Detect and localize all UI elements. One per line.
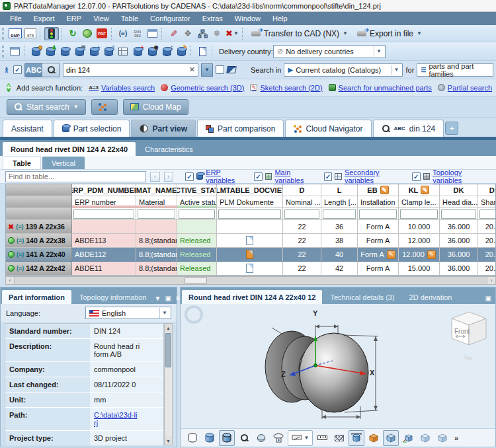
solid-cube-button[interactable]: [383, 430, 399, 446]
edit-pencil-icon[interactable]: ✎: [427, 250, 436, 259]
filter-topology-variables[interactable]: ✓Topology variables: [412, 168, 491, 184]
filter-input-kl[interactable]: [400, 209, 438, 219]
tab-technical-details[interactable]: Technical details (3): [323, 290, 401, 304]
filter-input-l[interactable]: [323, 209, 356, 219]
col-mat-name[interactable]: MAT_NAME: [136, 184, 177, 196]
plm-document-icon-active[interactable]: [246, 250, 253, 259]
find-in-table-input[interactable]: [5, 171, 146, 182]
menu-view[interactable]: View: [87, 15, 115, 22]
transfer-to-cad-button[interactable]: Transfer to CAD (NX) ▼: [247, 26, 352, 41]
shaded-button[interactable]: [202, 430, 218, 446]
tab-assistant[interactable]: Assistant: [3, 120, 52, 137]
export-bmp-button[interactable]: BMP: [7, 27, 23, 40]
refresh-button[interactable]: ↻: [65, 27, 80, 40]
filter-input-erp[interactable]: [73, 209, 134, 219]
plm-document-icon[interactable]: [246, 236, 253, 245]
add-tab-button[interactable]: +: [445, 122, 458, 135]
search-history-dropdown[interactable]: ▼: [201, 63, 213, 77]
filter-input-d[interactable]: [284, 209, 319, 219]
magnifier-search-button[interactable]: [42, 63, 60, 77]
table-view-button[interactable]: [116, 45, 130, 58]
language-select[interactable]: English ▼: [85, 307, 171, 319]
db-add-button[interactable]: +: [87, 45, 101, 58]
col-d[interactable]: D: [283, 184, 321, 196]
menu-export[interactable]: Export: [28, 15, 61, 22]
scroll-down-icon[interactable]: ▼: [165, 437, 172, 445]
structure-tree-button[interactable]: [195, 27, 210, 40]
menu-extras[interactable]: Extras: [196, 15, 229, 22]
scroll-up-icon[interactable]: ▲: [165, 324, 172, 332]
ruler-button[interactable]: [314, 430, 330, 446]
unmachined-search-link[interactable]: Search for unmachined parts: [329, 84, 432, 92]
tab-topology-information[interactable]: Topology information: [73, 290, 153, 304]
find-next-button[interactable]: ›: [164, 172, 174, 182]
dictionary-checkbox[interactable]: [216, 65, 224, 74]
menu-file[interactable]: File: [4, 15, 28, 22]
toolbar-drag-handle[interactable]: [2, 28, 5, 40]
viewport-3d[interactable]: Y X Z Front Right Top: [181, 304, 495, 428]
partial-search-link[interactable]: Partial search: [438, 84, 492, 92]
delete-filter-button[interactable]: ✖▼: [224, 27, 240, 40]
cloud-map-button[interactable]: Cloud Map: [123, 99, 188, 115]
tab-characteristics[interactable]: Characteristics: [137, 142, 201, 156]
table-row-139[interactable]: ✖139 A 22x36 22 36 Form A 10.000 36.000 …: [6, 220, 495, 234]
filter-input-mat[interactable]: [138, 209, 175, 219]
search-input[interactable]: [66, 66, 186, 74]
tab-3d-preview[interactable]: Round head rivet DIN 124 A 22x40 12: [182, 290, 322, 304]
info-vertical-scrollbar[interactable]: ▲ ▼: [164, 323, 173, 445]
tab-part-view[interactable]: Part view: [131, 120, 196, 137]
tab-vertical[interactable]: Vertical: [42, 157, 85, 169]
menu-help[interactable]: Help: [267, 15, 294, 22]
db-watch-button[interactable]: ◉: [145, 45, 159, 58]
col-eb[interactable]: EB✎: [358, 184, 399, 196]
scroll-right-icon[interactable]: ›: [487, 277, 495, 284]
find-prev-button[interactable]: ‹: [150, 172, 160, 182]
transfer-user-button[interactable]: ❖: [181, 27, 195, 40]
text-search-button[interactable]: ABC: [25, 63, 42, 77]
plm-document-icon[interactable]: [246, 264, 253, 273]
zoom-fit-button[interactable]: [236, 430, 252, 446]
tab-table[interactable]: Table: [3, 157, 41, 169]
db-mail-button[interactable]: ✉: [72, 45, 87, 58]
db-sync-button[interactable]: ↕: [159, 45, 174, 58]
dimensions-button[interactable]: [349, 430, 364, 446]
variables-view-button[interactable]: (≡): [116, 27, 130, 40]
filter-input-plm[interactable]: [218, 209, 281, 219]
col-dk[interactable]: DK: [440, 184, 478, 196]
menu-erp[interactable]: ERP: [61, 15, 88, 22]
filter-input-eb[interactable]: [359, 209, 397, 219]
cube-axes-button[interactable]: [400, 430, 416, 446]
edit-pencil-icon[interactable]: ✎: [387, 250, 395, 259]
panel-menu-icon[interactable]: ▼: [154, 295, 161, 302]
menu-window[interactable]: Window: [229, 15, 267, 22]
menu-configurator[interactable]: Configurator: [144, 15, 196, 22]
dictionary-book-icon[interactable]: [226, 66, 237, 73]
export-in-file-button[interactable]: Export in file ▼: [352, 26, 427, 41]
search-option-checkbox[interactable]: ✓: [13, 65, 22, 74]
menu-table[interactable]: Table: [115, 15, 144, 22]
table-horizontal-scrollbar[interactable]: ‹ ›: [5, 276, 496, 285]
din-standard-button[interactable]: DIN 982: [130, 27, 145, 40]
status-traffic-light-button[interactable]: [44, 27, 59, 40]
cube-view-3-button[interactable]: [434, 430, 450, 446]
wireframe-button[interactable]: [185, 430, 200, 446]
tab-search-result[interactable]: ABCdin 124: [373, 120, 444, 137]
geometric-search-link[interactable]: Geometric search (3D): [161, 84, 244, 92]
col-plmtable-docview[interactable]: PLMTABLE_DOCVIEW: [217, 184, 283, 196]
start-cloud-navigator-button[interactable]: [91, 99, 118, 115]
measure-tool-combo[interactable]: ▼: [288, 430, 313, 446]
filter-secondary-variables[interactable]: ✓Secondary variables: [324, 168, 408, 184]
shaded-edges-button[interactable]: [219, 430, 235, 446]
maximize-icon[interactable]: ▣: [485, 295, 491, 302]
tab-cloud-navigator[interactable]: Cloud Navigator: [285, 120, 371, 137]
tab-part-selection[interactable]: Part selection: [54, 120, 130, 137]
db-edit-button[interactable]: ✎: [174, 45, 188, 58]
section-view-button[interactable]: [366, 430, 382, 446]
scrollbar-thumb[interactable]: [165, 333, 171, 367]
col-ds[interactable]: DS: [478, 184, 496, 196]
variables-search-link[interactable]: A=3Variables search: [89, 84, 155, 92]
scroll-left-icon[interactable]: ‹: [6, 277, 15, 284]
cube-view-2-button[interactable]: [417, 430, 433, 446]
db-query-button[interactable]: ?: [101, 45, 116, 58]
search-scope-select[interactable]: ☰ parts and part families: [417, 63, 493, 77]
